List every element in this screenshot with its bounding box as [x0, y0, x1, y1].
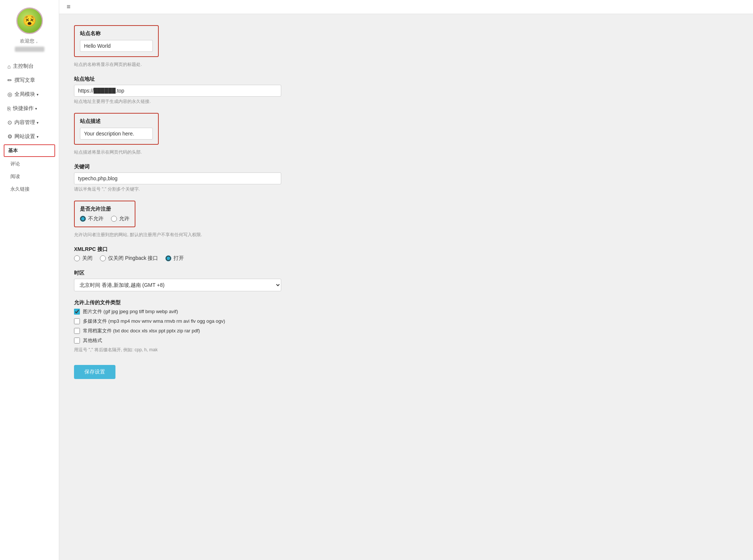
chevron-down-icon2: ▾ [35, 107, 37, 111]
sidebar-subitem-reading[interactable]: 阅读 [0, 170, 59, 183]
xmlrpc-close-text: 关闭 [82, 255, 93, 262]
site-name-group: 站点名称 [74, 25, 159, 57]
xmlrpc-open-text: 打开 [174, 255, 184, 262]
settings-icon: ⚙ [7, 133, 12, 140]
xmlrpc-pingback-text: 仅关闭 Pingback 接口 [108, 255, 158, 262]
site-url-input[interactable] [74, 85, 281, 97]
save-button[interactable]: 保存设置 [74, 365, 115, 379]
keywords-group: 关键词 请以半角逗号 "," 分割多个关键字. [74, 164, 738, 192]
upload-image-label[interactable]: 图片文件 (gif jpg jpeg png tiff bmp webp avi… [74, 308, 738, 315]
upload-media-checkbox[interactable] [74, 318, 80, 324]
home-icon: ⌂ [7, 63, 11, 70]
xmlrpc-label: XMLRPC 接口 [74, 246, 738, 253]
xmlrpc-open-label[interactable]: 打开 [165, 255, 184, 262]
allow-reg-label: 是否允许注册 [80, 206, 130, 212]
site-desc-group: 站点描述 [74, 113, 159, 145]
radio-disallow-label[interactable]: 不允许 [80, 215, 104, 222]
site-desc-hint: 站点描述将显示在网页代码的头部. [74, 149, 738, 155]
xmlrpc-pingback-label[interactable]: 仅关闭 Pingback 接口 [100, 255, 158, 262]
avatar: 😵 [16, 7, 43, 34]
xmlrpc-close-radio[interactable] [74, 255, 80, 261]
chevron-down-icon3: ▾ [37, 121, 38, 125]
sidebar: 😵 欢迎您， ⌂ 主控制台 ✏ 撰写文章 ◎ 全局模块 ▾ ⎘ 快捷操作 ▾ ⊙… [0, 0, 59, 560]
upload-doc-checkbox[interactable] [74, 328, 80, 334]
sidebar-item-write[interactable]: ✏ 撰写文章 [0, 73, 59, 87]
sidebar-subitem-permalink[interactable]: 永久链接 [0, 183, 59, 195]
radio-allow-text: 允许 [119, 215, 130, 222]
sidebar-item-dashboard-label: 主控制台 [13, 63, 34, 70]
sidebar-subitem-comments[interactable]: 评论 [0, 158, 59, 170]
upload-media-label[interactable]: 多媒体文件 (mp3 mp4 mov wmv wma rmvb rm avi f… [74, 318, 738, 325]
site-name-input[interactable] [80, 40, 153, 52]
site-url-label: 站点地址 [74, 76, 738, 83]
content-icon: ⊙ [7, 119, 12, 126]
modules-icon: ◎ [7, 91, 12, 98]
upload-image-text: 图片文件 (gif jpg jpeg png tiff bmp webp avi… [83, 308, 178, 315]
sidebar-item-dashboard[interactable]: ⌂ 主控制台 [0, 59, 59, 73]
allow-reg-radio-group: 不允许 允许 [80, 215, 130, 222]
allow-reg-hint: 允许访问者注册到您的网站, 默认的注册用户不享有任何写入权限. [74, 232, 738, 238]
sidebar-item-settings-label: 网站设置 [14, 133, 35, 140]
username-blur [15, 47, 44, 52]
xmlrpc-group: XMLRPC 接口 关闭 仅关闭 Pingback 接口 打开 [74, 246, 738, 262]
nav-menu: ⌂ 主控制台 ✏ 撰写文章 ◎ 全局模块 ▾ ⎘ 快捷操作 ▾ ⊙ 内容管理 ▾… [0, 59, 59, 195]
sidebar-item-content[interactable]: ⊙ 内容管理 ▾ [0, 115, 59, 130]
xmlrpc-close-label[interactable]: 关闭 [74, 255, 93, 262]
upload-checkbox-group: 图片文件 (gif jpg jpeg png tiff bmp webp avi… [74, 308, 738, 344]
sidebar-item-modules-label: 全局模块 [14, 91, 35, 98]
keywords-input[interactable] [74, 172, 281, 184]
quick-icon: ⎘ [7, 105, 11, 112]
top-bar: ≡ [59, 0, 753, 14]
upload-other-label[interactable]: 其他格式 [74, 337, 738, 344]
upload-media-text: 多媒体文件 (mp3 mp4 mov wmv wma rmvb rm avi f… [83, 318, 225, 325]
site-desc-input[interactable] [80, 128, 153, 140]
keywords-hint: 请以半角逗号 "," 分割多个关键字. [74, 186, 738, 192]
main-content: ≡ 站点名称 站点的名称将显示在网页的标题处. 站点地址 站点地址主要用于生成内… [59, 0, 753, 560]
radio-allow[interactable] [111, 216, 117, 222]
site-url-group: 站点地址 站点地址主要用于生成内容的永久链接. [74, 76, 738, 105]
upload-hint: 用逗号 "," 将后缀名隔开, 例如: cpp, h, mak [74, 347, 738, 353]
xmlrpc-open-radio[interactable] [165, 255, 171, 261]
xmlrpc-pingback-radio[interactable] [100, 255, 106, 261]
welcome-text: 欢迎您， [20, 38, 39, 44]
allow-reg-group: 是否允许注册 不允许 允许 [74, 201, 135, 227]
sidebar-item-settings[interactable]: ⚙ 网站设置 ▾ [0, 130, 59, 144]
sidebar-item-modules[interactable]: ◎ 全局模块 ▾ [0, 87, 59, 101]
site-url-hint: 站点地址主要用于生成内容的永久链接. [74, 98, 738, 105]
upload-other-text: 其他格式 [83, 337, 102, 344]
radio-allow-label[interactable]: 允许 [111, 215, 130, 222]
keywords-label: 关键词 [74, 164, 738, 170]
timezone-label: 时区 [74, 270, 738, 276]
upload-other-checkbox[interactable] [74, 338, 80, 343]
content-area: 站点名称 站点的名称将显示在网页的标题处. 站点地址 站点地址主要用于生成内容的… [59, 14, 753, 390]
timezone-select[interactable]: 北京时间 香港,新加坡,越南 (GMT +8) [74, 279, 281, 291]
sidebar-item-quick[interactable]: ⎘ 快捷操作 ▾ [0, 101, 59, 115]
site-desc-label: 站点描述 [80, 118, 153, 125]
xmlrpc-radio-group: 关闭 仅关闭 Pingback 接口 打开 [74, 255, 738, 262]
site-name-hint: 站点的名称将显示在网页的标题处. [74, 61, 738, 68]
upload-image-checkbox[interactable] [74, 309, 80, 315]
sidebar-item-content-label: 内容管理 [14, 119, 35, 126]
sidebar-item-write-label: 撰写文章 [14, 77, 35, 84]
hamburger-icon[interactable]: ≡ [67, 3, 71, 11]
chevron-down-icon4: ▾ [37, 135, 38, 139]
upload-label: 允许上传的文件类型 [74, 299, 738, 306]
timezone-group: 时区 北京时间 香港,新加坡,越南 (GMT +8) [74, 270, 738, 291]
sidebar-item-quick-label: 快捷操作 [13, 105, 34, 112]
upload-group: 允许上传的文件类型 图片文件 (gif jpg jpeg png tiff bm… [74, 299, 738, 353]
settings-submenu: 基本 评论 阅读 永久链接 [0, 144, 59, 195]
radio-disallow[interactable] [80, 216, 86, 222]
sidebar-subitem-basic[interactable]: 基本 [4, 144, 55, 157]
upload-doc-text: 常用档案文件 (txt doc docx xls xlsx ppt pptx z… [83, 328, 200, 334]
upload-doc-label[interactable]: 常用档案文件 (txt doc docx xls xlsx ppt pptx z… [74, 328, 738, 334]
site-name-label: 站点名称 [80, 30, 153, 37]
radio-disallow-text: 不允许 [88, 215, 104, 222]
write-icon: ✏ [7, 77, 12, 84]
chevron-down-icon: ▾ [37, 93, 38, 97]
